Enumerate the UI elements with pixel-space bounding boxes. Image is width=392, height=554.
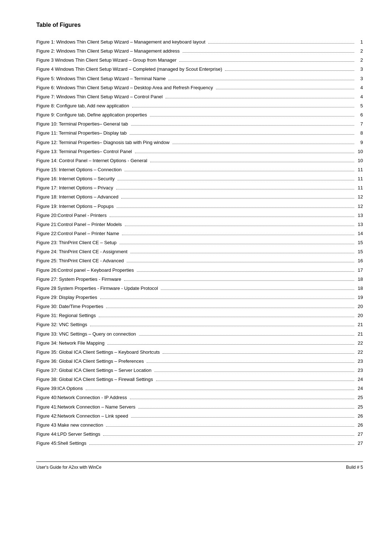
toc-item: Figure 7: Windows Thin Client Setup Wiza… xyxy=(36,93,363,100)
footer-right: Build # 5 xyxy=(346,465,363,470)
toc-item: Figure 11: Terminal Properties– Display … xyxy=(36,130,363,137)
toc-dots xyxy=(106,426,354,427)
toc-dots xyxy=(179,61,354,62)
toc-page: 23 xyxy=(356,367,363,374)
toc-dots xyxy=(137,271,354,272)
toc-item-text: Figure 38: Global ICA Client Settings – … xyxy=(36,376,155,383)
toc-page: 24 xyxy=(356,376,363,383)
toc-dots xyxy=(86,390,354,390)
toc-dots xyxy=(118,180,354,180)
toc-item: Figure 31: Regional Settings20 xyxy=(36,312,363,319)
toc-item: Figure 3 Windows Thin Client Setup Wizar… xyxy=(36,57,363,64)
toc-page: 4 xyxy=(356,84,363,91)
toc-page: 9 xyxy=(356,139,363,146)
toc-item: Figure 20:Control Panel - Printers13 xyxy=(36,212,363,219)
toc-item-text: Figure 26:Control panel – Keyboard Prope… xyxy=(36,267,135,274)
toc-item-text: Figure 17: Internet Options – Privacy xyxy=(36,184,115,192)
toc-dots xyxy=(208,43,354,44)
toc-page: 3 xyxy=(356,75,363,82)
toc-page: 13 xyxy=(356,221,363,228)
toc-item-text: Figure 30: Date/Time Properties xyxy=(36,303,105,310)
toc-item-text: Figure 4 Windows Thin Client Setup Wizar… xyxy=(36,66,224,73)
toc-page: 20 xyxy=(356,303,363,310)
toc-item: Figure 38: Global ICA Client Settings – … xyxy=(36,376,363,383)
toc-item-text: Figure 16: Internet Options – Security xyxy=(36,175,116,182)
toc-item-text: Figure 23: ThinPrint Client CE – Setup xyxy=(36,239,118,246)
toc-item: Figure 18: Internet Options – Advanced12 xyxy=(36,193,363,201)
toc-page: 4 xyxy=(356,93,363,100)
toc-dots xyxy=(100,299,354,299)
toc-item: Figure 10: Terminal Properties– General … xyxy=(36,120,363,128)
toc-dots xyxy=(90,326,354,326)
toc-page: 25 xyxy=(356,403,363,411)
toc-item-text: Figure 19: Internet Options – Popups xyxy=(36,203,115,210)
toc-dots xyxy=(125,226,354,226)
toc-item-text: Figure 45:Shell Settings xyxy=(36,440,88,447)
toc-item-text: Figure 1: Windows Thin Client Setup Wiza… xyxy=(36,38,207,46)
toc-page: 19 xyxy=(356,294,363,301)
toc-page: 26 xyxy=(356,413,363,420)
toc-item-text: Figure 20:Control Panel - Printers xyxy=(36,212,108,219)
toc-dots xyxy=(216,89,354,89)
toc-item: Figure 42:Network Connection – Link spee… xyxy=(36,413,363,420)
toc-page: 24 xyxy=(356,385,363,392)
toc-page: 2 xyxy=(356,57,363,64)
toc-dots xyxy=(154,372,354,372)
toc-item: Figure 44:LPD Server Settings27 xyxy=(36,431,363,438)
toc-dots xyxy=(103,435,354,436)
toc-item-text: Figure 35: Global ICA Client Settings – … xyxy=(36,349,161,356)
toc-item: Figure 37: Global ICA Client Settings – … xyxy=(36,367,363,374)
toc-item-text: Figure 8: Configure tab, Add new applica… xyxy=(36,102,131,110)
toc-page: 11 xyxy=(356,184,363,192)
toc-item: Figure 43 Make new connection26 xyxy=(36,422,363,429)
toc-item-text: Figure 25: ThinPrint Client CE - Advance… xyxy=(36,257,125,264)
toc-dots xyxy=(99,317,354,317)
toc-item-text: Figure 22:Control Panel – Printer Name xyxy=(36,230,121,237)
toc-item-text: Figure 7: Windows Thin Client Setup Wiza… xyxy=(36,93,164,100)
toc-dots xyxy=(139,335,354,336)
toc-dots xyxy=(119,244,354,244)
toc-item: Figure 13: Terminal Properties– Control … xyxy=(36,148,363,155)
toc-item: Figure 9: Configure tab, Define applicat… xyxy=(36,111,363,119)
toc-item-text: Figure 13: Terminal Properties– Control … xyxy=(36,148,134,155)
toc-page: 13 xyxy=(356,212,363,219)
toc-item-text: Figure 43 Make new connection xyxy=(36,422,105,429)
toc-item-text: Figure 24: ThinPrint Client CE - Assignm… xyxy=(36,248,129,255)
toc-item: Figure 40:Network Connection - IP Addres… xyxy=(36,394,363,401)
toc-page: 22 xyxy=(356,340,363,347)
toc-page: 12 xyxy=(356,193,363,201)
page-title: Table of Figures xyxy=(36,22,363,28)
toc-dots xyxy=(127,262,354,262)
toc-item-text: Figure 42:Network Connection – Link spee… xyxy=(36,413,130,420)
toc-dots xyxy=(156,381,354,381)
toc-page: 15 xyxy=(356,239,363,246)
toc-item-text: Figure 5: Windows Thin Client Setup Wiza… xyxy=(36,75,167,82)
toc-dots xyxy=(107,344,354,345)
toc-item-text: Figure 39:ICA Options xyxy=(36,385,84,392)
toc-item: Figure 15: Internet Options – Connection… xyxy=(36,166,363,173)
toc-item-text: Figure 29: Display Properties xyxy=(36,294,99,301)
toc-item: Figure 6: Windows Thin Client Setup Wiza… xyxy=(36,84,363,91)
toc-item: Figure 5: Windows Thin Client Setup Wiza… xyxy=(36,75,363,82)
toc-item-text: Figure 14: Control Panel – Internet Opti… xyxy=(36,157,149,164)
toc-item: Figure 32: VNC Settings21 xyxy=(36,321,363,328)
toc-item-text: Figure 31: Regional Settings xyxy=(36,312,97,319)
toc-item: Figure 1: Windows Thin Client Setup Wiza… xyxy=(36,38,363,46)
toc-item: Figure 39:ICA Options24 xyxy=(36,385,363,392)
toc-dots xyxy=(147,362,354,363)
toc-item: Figure 23: ThinPrint Client CE – Setup15 xyxy=(36,239,363,246)
toc-item-text: Figure 44:LPD Server Settings xyxy=(36,431,102,438)
toc-item-text: Figure 37: Global ICA Client Settings – … xyxy=(36,367,153,374)
toc-page: 5 xyxy=(356,102,363,110)
toc-page: 26 xyxy=(356,422,363,429)
toc-page: 27 xyxy=(356,431,363,438)
toc-page: 7 xyxy=(356,120,363,128)
toc-item-text: Figure 34: Network File Mapping xyxy=(36,340,106,347)
toc-item: Figure 34: Network File Mapping22 xyxy=(36,340,363,347)
toc-dots xyxy=(110,217,354,217)
toc-item: Figure 27: System Properties - Firmware1… xyxy=(36,276,363,283)
toc-page: 11 xyxy=(356,166,363,173)
toc-item: Figure 22:Control Panel – Printer Name14 xyxy=(36,230,363,237)
toc-item-text: Figure 11: Terminal Properties– Display … xyxy=(36,130,128,137)
toc-dots xyxy=(117,208,354,208)
